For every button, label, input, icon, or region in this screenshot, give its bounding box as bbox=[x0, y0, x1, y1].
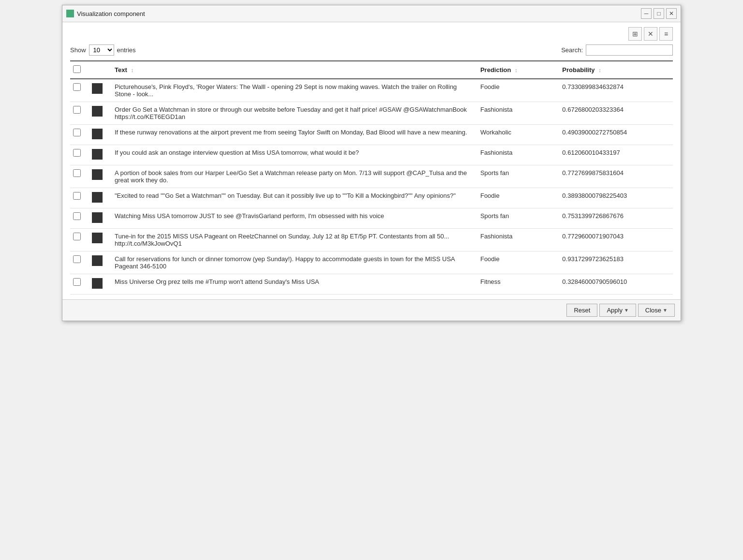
color-swatch bbox=[92, 129, 103, 139]
table-row: "Excited to read ""Go Set a Watchman"" o… bbox=[70, 188, 673, 208]
row-checkbox[interactable] bbox=[73, 192, 81, 200]
row-check-cell bbox=[70, 251, 89, 274]
table-row: Order Go Set a Watchman in store or thro… bbox=[70, 102, 673, 125]
close-button[interactable]: Close ▼ bbox=[638, 304, 675, 317]
row-checkbox[interactable] bbox=[73, 255, 81, 263]
row-check-cell bbox=[70, 208, 89, 229]
row-probability-cell: 0.612060010433197 bbox=[559, 145, 673, 165]
row-probability-cell: 0.6726800203323364 bbox=[559, 102, 673, 125]
table-row: Miss Universe Org prez tells me #Trump w… bbox=[70, 274, 673, 295]
apply-button[interactable]: Apply ▼ bbox=[599, 304, 636, 317]
maximize-button[interactable]: □ bbox=[654, 8, 664, 19]
row-color-cell bbox=[89, 165, 112, 188]
row-color-cell bbox=[89, 274, 112, 295]
row-checkbox[interactable] bbox=[73, 149, 81, 157]
row-check-cell bbox=[70, 145, 89, 165]
row-text-cell: If these runway renovations at the airpo… bbox=[112, 125, 477, 145]
text-sort-icon[interactable]: ↕ bbox=[131, 67, 134, 73]
col-header-text[interactable]: Text ↕ bbox=[112, 61, 477, 79]
show-label: Show bbox=[70, 46, 86, 54]
grid-view-button[interactable]: ⊞ bbox=[628, 27, 642, 41]
col-header-prediction[interactable]: Prediction ↕ bbox=[477, 61, 559, 79]
table-row: Tune-in for the 2015 MISS USA Pageant on… bbox=[70, 229, 673, 251]
app-icon bbox=[66, 10, 74, 17]
row-check-cell bbox=[70, 229, 89, 251]
row-text-cell: Call for reservations for lunch or dinne… bbox=[112, 251, 477, 274]
row-text-cell: If you could ask an onstage interview qu… bbox=[112, 145, 477, 165]
menu-button[interactable]: ≡ bbox=[659, 27, 673, 41]
row-checkbox[interactable] bbox=[73, 106, 81, 114]
row-color-cell bbox=[89, 188, 112, 208]
close-window-button[interactable]: ✕ bbox=[666, 8, 677, 19]
table-row: Watching Miss USA tomorrow JUST to see @… bbox=[70, 208, 673, 229]
probability-sort-icon[interactable]: ↕ bbox=[598, 67, 601, 73]
row-probability-cell: 0.38938000798225403 bbox=[559, 188, 673, 208]
row-checkbox[interactable] bbox=[73, 129, 81, 136]
search-input[interactable] bbox=[586, 44, 673, 56]
search-box: Search: bbox=[561, 44, 673, 56]
table-row: A portion of book sales from our Harper … bbox=[70, 165, 673, 188]
prediction-sort-icon[interactable]: ↕ bbox=[515, 67, 518, 73]
color-swatch bbox=[92, 106, 103, 117]
row-checkbox[interactable] bbox=[73, 233, 81, 240]
row-prediction-cell: Sports fan bbox=[477, 165, 559, 188]
title-bar: Visualization component ─ □ ✕ bbox=[62, 5, 681, 22]
close-dropdown-arrow[interactable]: ▼ bbox=[663, 308, 668, 313]
row-color-cell bbox=[89, 229, 112, 251]
entries-select[interactable]: 10 25 50 100 bbox=[89, 44, 114, 56]
row-checkbox[interactable] bbox=[73, 169, 81, 177]
title-bar-left: Visualization component bbox=[66, 10, 145, 17]
footer-bar: Reset Apply ▼ Close ▼ bbox=[62, 299, 681, 321]
row-prediction-cell: Foodie bbox=[477, 251, 559, 274]
minimize-button[interactable]: ─ bbox=[641, 8, 652, 19]
row-checkbox[interactable] bbox=[73, 212, 81, 220]
row-probability-cell: 0.32846000790596010 bbox=[559, 274, 673, 295]
row-color-cell bbox=[89, 251, 112, 274]
table-row: If these runway renovations at the airpo… bbox=[70, 125, 673, 145]
row-check-cell bbox=[70, 125, 89, 145]
row-prediction-cell: Fashionista bbox=[477, 145, 559, 165]
row-text-cell: Picturehouse's, Pink Floyd's, 'Roger Wat… bbox=[112, 79, 477, 102]
row-check-cell bbox=[70, 165, 89, 188]
color-swatch bbox=[92, 192, 103, 203]
row-probability-cell: 0.7729600071907043 bbox=[559, 229, 673, 251]
color-swatch bbox=[92, 255, 103, 266]
row-prediction-cell: Workaholic bbox=[477, 125, 559, 145]
select-all-checkbox[interactable] bbox=[73, 65, 81, 73]
table-controls: Show 10 25 50 100 entries Search: bbox=[70, 44, 673, 56]
row-text-cell: Miss Universe Org prez tells me #Trump w… bbox=[112, 274, 477, 295]
color-swatch bbox=[92, 83, 103, 94]
row-text-cell: Tune-in for the 2015 MISS USA Pageant on… bbox=[112, 229, 477, 251]
window-title: Visualization component bbox=[77, 10, 145, 17]
row-color-cell bbox=[89, 125, 112, 145]
row-prediction-cell: Fashionista bbox=[477, 229, 559, 251]
data-table: Text ↕ Prediction ↕ Probability ↕ bbox=[70, 60, 673, 295]
content-area: ⊞ ✕ ≡ Show 10 25 50 100 entries Search: bbox=[62, 22, 681, 299]
row-checkbox[interactable] bbox=[73, 83, 81, 91]
col-header-color bbox=[89, 61, 112, 79]
col-header-probability[interactable]: Probability ↕ bbox=[559, 61, 673, 79]
row-color-cell bbox=[89, 145, 112, 165]
row-checkbox[interactable] bbox=[73, 278, 81, 286]
show-entries: Show 10 25 50 100 entries bbox=[70, 44, 136, 56]
row-prediction-cell: Foodie bbox=[477, 188, 559, 208]
table-row: If you could ask an onstage interview qu… bbox=[70, 145, 673, 165]
color-swatch bbox=[92, 233, 103, 243]
row-prediction-cell: Fashionista bbox=[477, 102, 559, 125]
row-text-cell: "Excited to read ""Go Set a Watchman"" o… bbox=[112, 188, 477, 208]
row-probability-cell: 0.9317299723625183 bbox=[559, 251, 673, 274]
color-swatch bbox=[92, 278, 103, 289]
row-prediction-cell: Fitness bbox=[477, 274, 559, 295]
row-color-cell bbox=[89, 208, 112, 229]
col-header-check bbox=[70, 61, 89, 79]
toolbar-icons: ⊞ ✕ ≡ bbox=[70, 27, 673, 41]
reset-button[interactable]: Reset bbox=[566, 304, 597, 317]
row-prediction-cell: Foodie bbox=[477, 79, 559, 102]
row-probability-cell: 0.7727699875831604 bbox=[559, 165, 673, 188]
row-text-cell: Watching Miss USA tomorrow JUST to see @… bbox=[112, 208, 477, 229]
row-check-cell bbox=[70, 102, 89, 125]
row-color-cell bbox=[89, 79, 112, 102]
entries-label: entries bbox=[117, 46, 136, 54]
clear-button[interactable]: ✕ bbox=[644, 27, 657, 41]
apply-dropdown-arrow[interactable]: ▼ bbox=[624, 308, 629, 313]
